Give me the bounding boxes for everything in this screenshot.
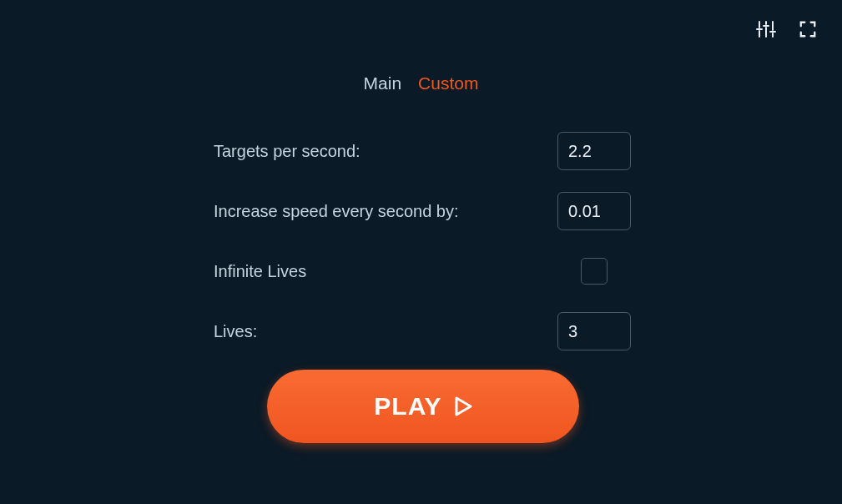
tab-main[interactable]: Main xyxy=(364,73,402,93)
increase-speed-label: Increase speed every second by: xyxy=(214,202,459,221)
lives-input[interactable] xyxy=(557,312,631,350)
targets-per-second-label: Targets per second: xyxy=(214,142,360,161)
svg-marker-9 xyxy=(456,398,471,415)
lives-label: Lives: xyxy=(214,322,257,341)
play-button[interactable]: PLAY xyxy=(267,370,579,443)
setting-row-targets-per-second: Targets per second: xyxy=(214,132,631,170)
fullscreen-icon[interactable] xyxy=(797,18,819,40)
settings-icon[interactable] xyxy=(755,18,777,40)
setting-row-infinite-lives: Infinite Lives xyxy=(214,252,631,290)
infinite-lives-checkbox-wrapper xyxy=(557,258,631,285)
infinite-lives-checkbox[interactable] xyxy=(581,258,608,285)
play-icon xyxy=(454,396,472,416)
tabs-container: Main Custom xyxy=(364,73,479,93)
settings-panel: Targets per second: Increase speed every… xyxy=(214,132,631,372)
infinite-lives-label: Infinite Lives xyxy=(214,262,306,281)
play-button-label: PLAY xyxy=(374,392,441,421)
tab-custom[interactable]: Custom xyxy=(418,73,478,93)
increase-speed-input[interactable] xyxy=(557,192,631,230)
setting-row-lives: Lives: xyxy=(214,312,631,350)
targets-per-second-input[interactable] xyxy=(557,132,631,170)
setting-row-increase-speed: Increase speed every second by: xyxy=(214,192,631,230)
